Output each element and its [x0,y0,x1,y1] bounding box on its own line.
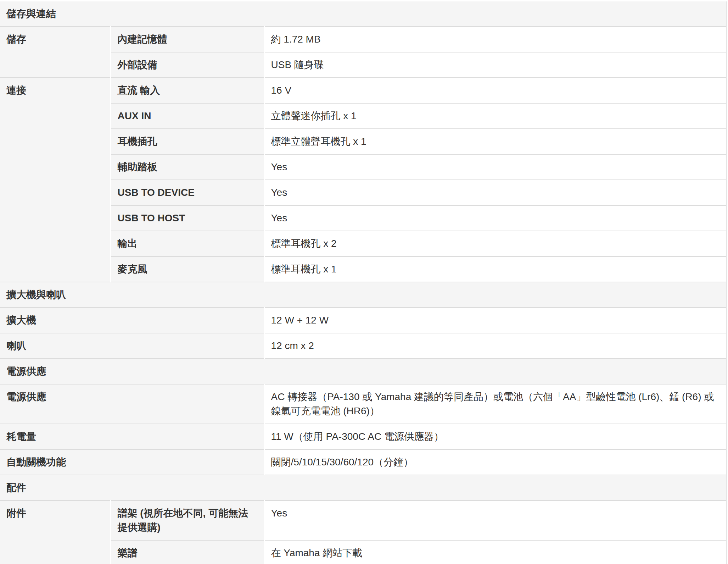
row-label: USB TO DEVICE [111,180,264,205]
table-row: 儲存內建記憶體約 1.72 MB [0,27,726,52]
row-label: 內建記憶體 [111,27,264,52]
row-label: 外部設備 [111,52,264,78]
table-row: 耗電量11 W（使用 PA-300C AC 電源供應器） [0,424,726,449]
row-label: 喇叭 [0,333,264,359]
row-label: 耳機插孔 [111,129,264,154]
row-label: 擴大機 [0,308,264,333]
row-group-label: 附件 [0,501,111,564]
row-value: 12 cm x 2 [264,333,726,359]
row-value: 標準耳機孔 x 2 [264,231,726,256]
row-label: 電源供應 [0,384,264,424]
table-row: 電源供應AC 轉接器（PA-130 或 Yamaha 建議的等同產品）或電池（六… [0,384,726,424]
row-group-label: 連接 [0,78,111,282]
row-value: Yes [264,501,726,540]
row-value: Yes [264,205,726,231]
row-value: 約 1.72 MB [264,27,726,52]
row-value: 16 V [264,78,726,103]
row-value: 關閉/5/10/15/30/60/120（分鐘） [264,449,726,475]
row-value: 12 W + 12 W [264,308,726,333]
table-row: 喇叭12 cm x 2 [0,333,726,359]
row-value: 在 Yamaha 網站下載 [264,540,726,564]
section-header-row: 配件 [0,475,726,501]
table-row: 擴大機12 W + 12 W [0,308,726,333]
row-label: AUX IN [111,103,264,129]
section-header-row: 擴大機與喇叭 [0,282,726,308]
row-label: 自動關機功能 [0,449,264,475]
row-label: 樂譜 [111,540,264,564]
table-row: 自動關機功能關閉/5/10/15/30/60/120（分鐘） [0,449,726,475]
section-header: 儲存與連結 [0,1,726,27]
row-label: 直流 輸入 [111,78,264,103]
row-value: Yes [264,154,726,180]
row-label: USB TO HOST [111,205,264,231]
row-label: 輸出 [111,231,264,256]
row-label: 耗電量 [0,424,264,449]
spec-table: 儲存與連結儲存內建記憶體約 1.72 MB外部設備USB 隨身碟連接直流 輸入1… [0,1,727,564]
section-header-row: 儲存與連結 [0,1,726,27]
row-value: Yes [264,180,726,205]
section-header: 電源供應 [0,359,726,384]
table-row: 附件譜架 (視所在地不同, 可能無法提供選購)Yes [0,501,726,540]
section-header: 擴大機與喇叭 [0,282,726,308]
row-value: AC 轉接器（PA-130 或 Yamaha 建議的等同產品）或電池（六個「AA… [264,384,726,424]
row-group-label: 儲存 [0,27,111,78]
section-header: 配件 [0,475,726,501]
row-label: 麥克風 [111,256,264,282]
row-value: 立體聲迷你插孔 x 1 [264,103,726,129]
row-value: 標準立體聲耳機孔 x 1 [264,129,726,154]
row-label: 輔助踏板 [111,154,264,180]
section-header-row: 電源供應 [0,359,726,384]
row-label: 譜架 (視所在地不同, 可能無法提供選購) [111,501,264,540]
row-value: 11 W（使用 PA-300C AC 電源供應器） [264,424,726,449]
table-row: 連接直流 輸入16 V [0,78,726,103]
row-value: USB 隨身碟 [264,52,726,78]
row-value: 標準耳機孔 x 1 [264,256,726,282]
